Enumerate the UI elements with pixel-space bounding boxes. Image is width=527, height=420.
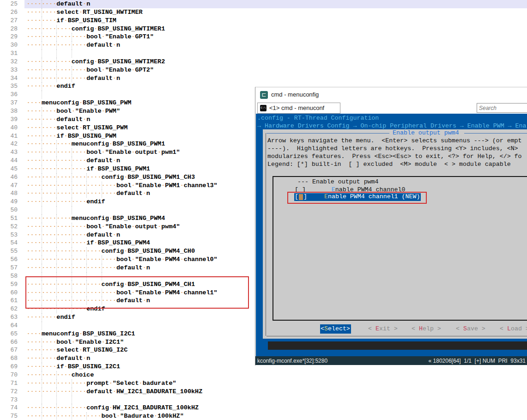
conemu-statusbar: kconfig-mconf.exe*[32]:5280 « 180206[64]… xyxy=(255,356,527,365)
line-number: 34 xyxy=(0,74,18,83)
cmd-icon: C:\ xyxy=(260,105,267,111)
code-line-71[interactable]: 71················prompt·"Select·badurat… xyxy=(0,379,527,388)
tab-cmd-menuconf[interactable]: C:\ <1> cmd - menuconf xyxy=(257,103,340,114)
code-text: ························bool·"Enable·PWM… xyxy=(27,289,218,297)
load-button[interactable]: < Load > xyxy=(500,325,527,332)
window-title: cmd - menuconfig xyxy=(271,91,319,98)
line-number: 38 xyxy=(0,107,18,116)
checkbox[interactable]: [ xyxy=(295,193,298,200)
code-line-30[interactable]: 30················default·n xyxy=(0,41,527,49)
line-number: 75 xyxy=(0,412,18,420)
line-number: 71 xyxy=(0,379,18,388)
code-line-26[interactable]: 26········select·RT_USING_HWTIMER xyxy=(0,8,527,17)
code-line-29[interactable]: 29················bool·"Enable·GPT1" xyxy=(0,33,527,41)
line-number: 27 xyxy=(0,17,18,25)
line-number: 37 xyxy=(0,99,18,107)
code-text: ················bool·"Enable·output·pwm4… xyxy=(27,223,180,231)
code-line-74[interactable]: 74················config·HW_I2C1_BADURAT… xyxy=(0,404,527,412)
code-text: ········bool·"Enable·PWM" xyxy=(27,107,121,116)
code-text: ········endif xyxy=(27,82,75,91)
console-area[interactable]: .config - RT-Thread Configuration → Hard… xyxy=(256,114,527,356)
line-number: 40 xyxy=(0,124,18,132)
menu-item-selected[interactable]: []Enable PWM4 channel1 (NEW) xyxy=(294,193,421,201)
indent-guide xyxy=(56,272,57,280)
menu-item[interactable]: [ ] Enable PWM4 channel0 xyxy=(295,186,405,193)
code-text: ········select·RT_USING_PWM xyxy=(27,124,128,132)
menu-list-box: --- Enable output pwm4 [ ] Enable PWM4 c… xyxy=(273,176,527,321)
code-line-72[interactable]: 72················default·HW_I2C1_BADURA… xyxy=(0,388,527,396)
line-number: 59 xyxy=(0,280,18,289)
current-line-highlight xyxy=(24,0,527,8)
line-number: 55 xyxy=(0,247,18,256)
code-text: ········if·BSP_USING_TIM xyxy=(27,17,116,25)
help-text-line: ----). Highlighted letters are hotkeys. … xyxy=(267,145,518,152)
code-line-27[interactable]: 27········if·BSP_USING_TIM xyxy=(0,17,527,25)
conemu-icon: ⊏ xyxy=(260,91,268,99)
code-text: ····················config·BSP_USING_PWM… xyxy=(27,247,195,256)
code-text: ························default·n xyxy=(27,189,150,198)
exit-button[interactable]: < Exit > xyxy=(368,325,398,332)
indent-guide xyxy=(56,206,57,214)
window-titlebar[interactable]: ⊏ cmd - menuconfig xyxy=(255,87,527,103)
indent-guide xyxy=(42,206,42,214)
tab-label: <1> cmd - menuconf xyxy=(269,104,324,111)
code-text: ················if·BSP_USING_PWM4 xyxy=(27,239,150,247)
code-line-73[interactable]: 73 xyxy=(0,396,527,404)
dialog-border-line xyxy=(266,133,266,336)
code-text: ························default·n xyxy=(27,297,150,305)
select-button[interactable]: <Select> xyxy=(321,325,350,332)
cursor-block xyxy=(299,194,303,200)
code-text: ················endif xyxy=(27,305,105,313)
help-button[interactable]: < Help > xyxy=(412,325,441,332)
config-header: .config - RT-Thread Configuration xyxy=(257,115,379,122)
line-number: 47 xyxy=(0,182,18,190)
line-number: 44 xyxy=(0,157,18,165)
save-button[interactable]: < Save > xyxy=(456,325,485,332)
code-line-28[interactable]: 28············config·BSP_USING_HWTIMER1 xyxy=(0,25,527,33)
code-line-33[interactable]: 33················bool·"Enable·GPT2" xyxy=(0,66,527,74)
code-line-70[interactable]: 70············choice xyxy=(0,371,527,379)
code-text: ················if·BSP_USING_PWM1 xyxy=(27,165,150,173)
code-text: ····menuconfig·BSP_USING_I2C1 xyxy=(27,330,135,338)
indent-guide xyxy=(56,396,57,404)
code-text: ········if·BSP_USING_PWM xyxy=(27,132,116,140)
code-text: ················prompt·"Select·badurate" xyxy=(27,379,176,388)
search-input[interactable] xyxy=(477,103,527,113)
code-text: ············menuconfig·BSP_USING_PWM4 xyxy=(27,214,165,223)
indent-guide xyxy=(56,49,57,58)
code-line-32[interactable]: 32············config·BSP_USING_HWTIMER2 xyxy=(0,58,527,66)
code-text: ························default·n xyxy=(27,264,150,272)
line-number: 68 xyxy=(0,354,18,363)
help-text-line: Arrow keys navigate the menu. <Enter> se… xyxy=(267,137,522,144)
line-number: 36 xyxy=(0,91,18,99)
line-number: 56 xyxy=(0,256,18,264)
line-number: 39 xyxy=(0,116,18,124)
line-number: 57 xyxy=(0,264,18,272)
code-line-31[interactable]: 31 xyxy=(0,49,527,58)
code-text: ····················config·BSP_USING_PWM… xyxy=(27,280,195,289)
line-number: 72 xyxy=(0,388,18,396)
code-line-75[interactable]: 75····················bool·"Badurate·100… xyxy=(0,412,527,420)
code-text: ····menuconfig·BSP_USING_PWM xyxy=(27,99,132,107)
code-text: ········select·RT_USING_I2C xyxy=(27,346,128,354)
code-text: ················config·HW_I2C1_BADURATE_… xyxy=(27,404,199,412)
code-text: ············choice xyxy=(27,371,94,379)
line-number: 49 xyxy=(0,198,18,206)
indent-guide xyxy=(42,396,42,404)
line-number: 50 xyxy=(0,206,18,214)
code-line-25[interactable]: 25········default·n xyxy=(0,0,527,8)
line-number: 41 xyxy=(0,132,18,140)
dialog-border-line xyxy=(267,336,527,336)
indent-guide xyxy=(42,91,42,99)
line-number: 73 xyxy=(0,396,18,404)
line-number: 32 xyxy=(0,58,18,66)
line-number: 61 xyxy=(0,297,18,305)
code-text: ················default·n xyxy=(27,74,121,83)
checkbox[interactable]: ] xyxy=(303,193,307,200)
line-number: 35 xyxy=(0,82,18,91)
code-text: ········bool·"Enable·I2C1" xyxy=(27,338,124,347)
code-line-34[interactable]: 34················default·n xyxy=(0,74,527,83)
code-text: ························bool·"Enable·PWM… xyxy=(27,182,218,190)
line-number: 62 xyxy=(0,305,18,313)
line-number: 58 xyxy=(0,272,18,280)
